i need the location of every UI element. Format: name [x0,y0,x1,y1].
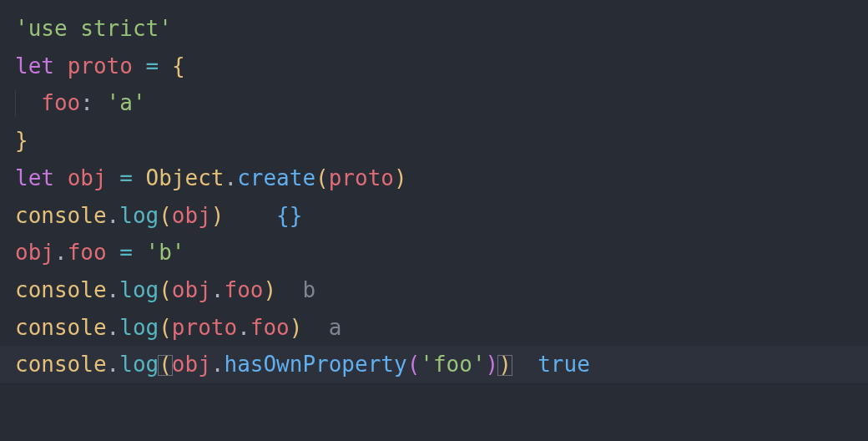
string-literal: 'b' [146,240,185,265]
paren-open-matched: ( [159,352,172,377]
string-literal: 'use strict' [15,16,172,41]
output-value: a [329,315,342,340]
property-name: foo [224,277,263,302]
code-line: console.log(obj) {} [15,197,853,235]
code-line: console.log(proto.foo) a [15,309,853,347]
property-name: foo [41,90,80,115]
output-brace-close: } [290,203,303,228]
dot: . [54,240,68,265]
paren-close-matched: ) [498,352,512,377]
identifier: proto [329,165,394,190]
code-line: foo: 'a' [15,84,853,122]
code-line: console.log(obj.foo) b [15,271,853,309]
paren-close: ) [486,352,499,377]
paren-open: ( [159,315,172,340]
identifier: proto [172,315,237,340]
paren-open: ( [159,203,172,228]
dot: . [237,315,250,340]
colon: : [80,90,93,115]
paren-close: ) [290,315,303,340]
paren-open: ( [159,277,172,302]
output-value: b [302,277,315,302]
spacer [512,352,537,377]
method-create: create [237,165,315,190]
code-line: obj.foo = 'b' [15,234,853,271]
indent [15,84,41,122]
code-line: } [15,122,853,160]
dot: . [211,277,225,302]
paren-close: ) [263,277,276,302]
output-value: true [537,352,590,377]
identifier: obj [15,240,54,265]
brace-close: } [15,128,28,153]
spacer [224,203,276,228]
paren-open: ( [407,352,421,377]
console-object: console [15,203,107,228]
identifier: obj [172,277,211,302]
output-brace-open: { [276,203,290,228]
dot: . [107,203,120,228]
method-log: log [119,352,159,377]
console-object: console [15,277,107,302]
console-object: console [15,352,107,377]
string-literal: 'foo' [420,352,485,377]
operator-equals: = [146,53,159,79]
console-object: console [15,315,107,340]
dot: . [107,315,120,340]
string-literal: 'a' [107,90,146,115]
dot: . [224,165,237,190]
class-object: Object [146,165,225,190]
code-line: let obj = Object.create(proto) [15,160,853,197]
brace-open: { [172,53,185,79]
dot: . [107,277,120,302]
method-hasownproperty: hasOwnProperty [224,352,406,377]
spacer [302,315,328,340]
operator-equals: = [119,240,133,265]
dot: . [211,352,225,377]
identifier: obj [68,165,107,190]
paren-open: ( [315,165,329,190]
code-editor-content[interactable]: 'use strict'let proto = { foo: 'a'}let o… [0,0,868,383]
code-line: let proto = { [15,48,853,85]
code-line: 'use strict' [15,10,853,48]
spacer [276,277,302,302]
code-line-active: console.log(obj.hasOwnProperty('foo')) t… [0,346,868,383]
identifier: obj [172,203,211,228]
property-name: foo [68,240,107,265]
identifier: proto [68,53,133,79]
keyword-let: let [15,53,54,79]
dot: . [107,352,120,377]
method-log: log [119,315,159,340]
keyword-let: let [15,165,54,190]
paren-close: ) [394,165,407,190]
property-name: foo [250,315,290,340]
operator-equals: = [119,165,133,190]
identifier: obj [172,352,211,377]
method-log: log [119,277,159,302]
paren-close: ) [211,203,225,228]
method-log: log [119,203,159,228]
